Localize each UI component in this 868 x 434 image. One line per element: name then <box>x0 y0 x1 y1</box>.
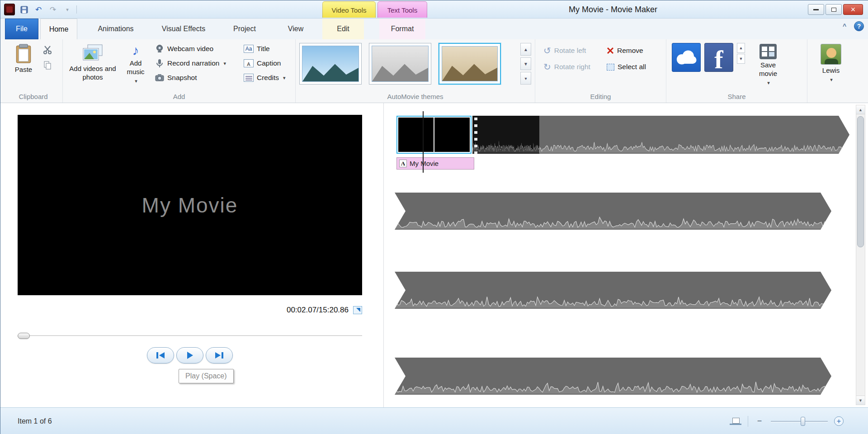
tab-project[interactable]: Project <box>222 19 267 39</box>
tab-visual-effects[interactable]: Visual Effects <box>150 19 217 39</box>
timecode-row: 00:02.07/15:20.86 <box>18 306 362 315</box>
save-movie-button[interactable]: Save movie ▾ <box>751 40 785 86</box>
zoom-slider[interactable] <box>771 416 828 427</box>
seek-bar[interactable] <box>18 333 362 339</box>
qat-dropdown-icon[interactable]: ▾ <box>62 4 73 15</box>
close-button[interactable]: × <box>843 4 863 15</box>
scissors-icon <box>43 45 52 54</box>
photos-icon <box>82 44 103 63</box>
automovie-theme-default[interactable] <box>299 43 362 85</box>
zoom-in-button[interactable]: + <box>834 416 844 426</box>
help-icon[interactable]: ? <box>854 21 864 31</box>
ribbon: Paste Clipboard <box>0 39 868 103</box>
play-button[interactable] <box>176 347 203 363</box>
paste-button[interactable]: Paste <box>9 40 38 74</box>
scrollbar-up-button[interactable]: ▲ <box>856 105 865 114</box>
group-clipboard: Paste Clipboard <box>4 39 63 103</box>
minimize-button[interactable] <box>808 4 824 15</box>
undo-icon[interactable]: ↶ <box>33 4 44 15</box>
themes-scroll-up-button[interactable]: ▲ <box>520 43 531 56</box>
add-group-label: Add <box>63 93 295 100</box>
tab-edit[interactable]: Edit <box>322 19 364 39</box>
title-button[interactable]: Aa Title <box>244 43 270 55</box>
timeline-scrollbar[interactable]: ▲ ▼ <box>856 105 865 405</box>
webcam-video-button[interactable]: Webcam video <box>155 43 213 55</box>
automovie-theme-sepia[interactable] <box>439 43 501 85</box>
collapse-ribbon-icon[interactable]: ^ <box>840 22 849 31</box>
share-scroll-up-button[interactable]: ▲ <box>737 43 745 53</box>
automovie-theme-blackwhite[interactable] <box>369 43 431 85</box>
theme-thumbnail <box>372 46 429 82</box>
theme-thumbnail <box>442 46 498 81</box>
rotate-right-button[interactable]: ↻ Rotate right <box>543 61 590 73</box>
audio-waveform <box>395 294 831 308</box>
zoom-out-button[interactable]: − <box>755 416 764 426</box>
mountain-graphic <box>372 62 428 81</box>
ribbon-tab-strip: File Home Animations Visual Effects Proj… <box>0 19 868 39</box>
preview-monitor[interactable]: My Movie <box>18 115 362 295</box>
tab-view[interactable]: View <box>276 19 315 39</box>
copy-icon <box>43 61 52 70</box>
add-videos-photos-button[interactable]: Add videos and photos <box>67 40 118 82</box>
scrollbar-down-button[interactable]: ▼ <box>856 396 865 405</box>
credits-icon <box>244 74 254 82</box>
snapshot-button[interactable]: Snapshot <box>155 72 197 84</box>
account-button[interactable]: Lewis ▾ <box>816 40 846 83</box>
share-scroll-down-button[interactable]: ▼ <box>737 54 745 64</box>
tab-format[interactable]: Format <box>379 19 425 39</box>
credits-label: Credits <box>257 74 279 82</box>
credits-button[interactable]: Credits ▾ <box>244 72 286 84</box>
restore-icon <box>831 8 836 12</box>
timecode-display: 00:02.07/15:20.86 <box>287 306 349 315</box>
save-project-icon[interactable] <box>19 4 29 15</box>
themes-more-button[interactable]: ▾ <box>520 72 531 85</box>
tab-file[interactable]: File <box>5 19 38 39</box>
video-clip-thumbnail[interactable] <box>396 116 472 154</box>
tab-home[interactable]: Home <box>40 19 77 39</box>
app-icon[interactable] <box>4 4 15 15</box>
video-tools-contextual-tab[interactable]: Video Tools <box>322 1 376 18</box>
group-add: Add videos and photos ♪ Add music ▾ Webc… <box>63 39 296 103</box>
audio-track-segment-3[interactable] <box>395 272 831 309</box>
seek-thumb[interactable] <box>18 333 30 339</box>
previous-frame-button[interactable] <box>147 347 174 363</box>
select-all-button[interactable]: Select all <box>607 61 646 73</box>
text-overlay-chip[interactable]: A My Movie <box>396 157 474 170</box>
scrollbar-thumb[interactable] <box>857 116 864 247</box>
tab-animations[interactable]: Animations <box>82 19 150 39</box>
audio-track-segment-2[interactable] <box>395 193 831 230</box>
scroll-down-icon: ▼ <box>524 61 528 66</box>
next-frame-button[interactable] <box>206 347 233 363</box>
rotate-left-button[interactable]: ↺ Rotate left <box>543 45 586 57</box>
audio-track-segment-4[interactable] <box>395 358 831 395</box>
add-music-button[interactable]: ♪ Add music ▾ <box>121 40 151 84</box>
minimize-icon <box>813 9 819 10</box>
seek-groove <box>18 335 362 336</box>
text-tools-contextual-tab[interactable]: Text Tools <box>377 1 427 18</box>
title-icon: Aa <box>244 45 254 53</box>
playhead-indicator[interactable] <box>423 111 424 173</box>
copy-button[interactable] <box>43 59 52 71</box>
window-controls: × <box>808 4 863 15</box>
share-facebook-button[interactable]: f <box>704 43 733 72</box>
zoom-slider-thumb[interactable] <box>801 417 805 426</box>
fullscreen-preview-icon[interactable] <box>353 306 362 314</box>
audio-waveform <box>539 139 849 153</box>
caption-button[interactable]: A Caption <box>244 57 281 69</box>
group-account: Lewis ▾ <box>810 39 855 103</box>
save-movie-icon <box>760 44 777 59</box>
clip-filmstrip-segment[interactable] <box>472 116 539 154</box>
remove-button[interactable]: Remove <box>607 45 643 57</box>
fit-to-window-icon[interactable] <box>730 417 741 426</box>
share-onedrive-button[interactable] <box>672 43 701 72</box>
more-themes-icon: ▾ <box>524 76 527 81</box>
audio-track-segment-1[interactable] <box>539 116 849 154</box>
record-narration-button[interactable]: Record narration ▾ <box>155 57 226 69</box>
redo-icon[interactable]: ↷ <box>47 4 58 15</box>
webcam-video-label: Webcam video <box>167 45 213 53</box>
themes-scroll-down-button[interactable]: ▼ <box>520 57 531 70</box>
camera-icon <box>155 73 164 82</box>
group-automovie-themes: ▲ ▼ ▾ AutoMovie themes <box>296 39 535 103</box>
cut-button[interactable] <box>43 44 52 56</box>
restore-button[interactable] <box>826 4 842 15</box>
